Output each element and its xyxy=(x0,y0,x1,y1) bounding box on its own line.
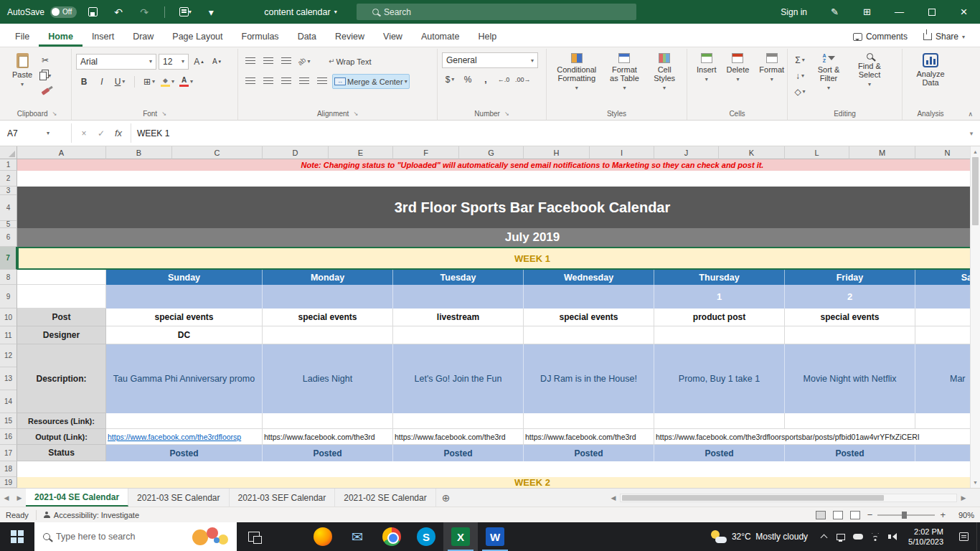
description-cell-monday[interactable]: Ladies Night xyxy=(263,344,393,413)
tab-help[interactable]: Help xyxy=(468,27,506,47)
row-header-8[interactable]: 8 xyxy=(0,270,17,285)
display-tray-button[interactable] xyxy=(832,522,849,551)
tab-insert[interactable]: Insert xyxy=(83,27,123,47)
month-title-cell[interactable]: July 2019 xyxy=(17,228,980,247)
onedrive-tray-button[interactable] xyxy=(849,522,867,551)
zoom-slider-thumb[interactable] xyxy=(902,512,907,519)
conditional-formatting-button[interactable]: Conditional Formatting ▾ xyxy=(551,50,603,94)
show-desktop-button[interactable] xyxy=(976,522,980,551)
italic-button[interactable]: I xyxy=(94,74,110,89)
empty-cell[interactable] xyxy=(17,285,106,309)
date-cell-thursday[interactable]: 1 xyxy=(654,285,785,309)
action-center-button[interactable] xyxy=(951,522,976,551)
collapse-ribbon-button[interactable]: ∧ xyxy=(968,110,973,118)
row-header-4[interactable]: 4 xyxy=(0,195,17,221)
format-cells-button[interactable]: Format ▾ xyxy=(754,50,789,85)
shrink-font-button[interactable]: A▾ xyxy=(209,54,225,69)
copy-button[interactable]: ▾ xyxy=(37,68,53,83)
resources-cell-tuesday[interactable] xyxy=(393,413,524,429)
row-header-2[interactable]: 2 xyxy=(0,171,17,187)
day-header-monday[interactable]: Monday xyxy=(263,270,393,285)
day-header-friday[interactable]: Friday xyxy=(785,270,915,285)
resources-label-cell[interactable]: Resources (Link): xyxy=(17,413,106,429)
align-left-button[interactable] xyxy=(242,74,258,89)
calendar-title-cell[interactable]: 3rd Floor Sports Bar Facebook Calendar xyxy=(17,187,980,228)
date-cell-monday[interactable] xyxy=(263,285,393,309)
post-cell-tuesday[interactable]: livestream xyxy=(393,309,524,326)
zoom-level[interactable]: 90% xyxy=(953,511,974,519)
column-header-e[interactable]: E xyxy=(329,146,393,159)
insert-cells-button[interactable]: Insert ▾ xyxy=(692,50,722,85)
output-link-thursday-saturday[interactable]: https://www.facebook.com/the3rdfloorspor… xyxy=(654,429,980,445)
row-header-17[interactable]: 17 xyxy=(0,445,17,461)
ribbon-layout-button[interactable]: ⊞ xyxy=(851,0,883,24)
description-cell-wednesday[interactable]: DJ Ram is in the House! xyxy=(524,344,654,413)
tab-formulas[interactable]: Formulas xyxy=(232,27,288,47)
customize-quick-access-button[interactable]: ▾ xyxy=(201,3,221,22)
row-header-5[interactable]: 5 xyxy=(0,221,17,227)
orientation-button[interactable]: ab▾ xyxy=(296,54,312,69)
font-dialog-launcher[interactable]: ↘ xyxy=(161,110,166,117)
paste-button[interactable]: Paste ▾ xyxy=(7,50,37,90)
date-cell-friday[interactable]: 2 xyxy=(785,285,915,309)
clear-button[interactable]: ◇▾ xyxy=(792,84,808,99)
scroll-down-icon[interactable]: ▼ xyxy=(973,477,978,488)
increase-indent-button[interactable] xyxy=(314,74,330,89)
name-box-chevron-icon[interactable]: ▾ xyxy=(47,130,50,136)
minimize-button[interactable]: — xyxy=(883,0,915,24)
date-cell-sunday[interactable] xyxy=(106,285,263,309)
resources-cell-friday[interactable] xyxy=(785,413,915,429)
format-painter-button[interactable] xyxy=(37,84,53,99)
select-all-button[interactable] xyxy=(0,146,17,159)
scroll-right-icon[interactable]: ▶ xyxy=(957,494,970,501)
post-cell-thursday[interactable]: product post xyxy=(654,309,785,326)
column-header-g[interactable]: G xyxy=(459,146,524,159)
merge-center-button[interactable]: ↔Merge & Center▾ xyxy=(332,74,410,89)
row-header-7[interactable]: 7 xyxy=(0,247,17,270)
network-tray-button[interactable] xyxy=(867,522,884,551)
save-button[interactable] xyxy=(83,3,103,22)
row-header-10[interactable]: 10 xyxy=(0,309,17,326)
resources-cell-sunday[interactable] xyxy=(106,413,263,429)
percent-style-button[interactable]: % xyxy=(460,72,476,87)
top-align-button[interactable] xyxy=(242,54,258,69)
column-header-f[interactable]: F xyxy=(393,146,459,159)
post-cell-friday[interactable]: special events xyxy=(785,309,915,326)
page-layout-view-button[interactable] xyxy=(833,511,843,519)
zoom-out-button[interactable]: − xyxy=(867,509,873,520)
row-header-9[interactable]: 9 xyxy=(0,285,17,309)
page-break-view-button[interactable] xyxy=(850,511,860,519)
tab-home[interactable]: Home xyxy=(39,27,83,47)
chrome-app-button[interactable] xyxy=(374,522,409,551)
name-box-input[interactable] xyxy=(7,128,47,138)
sheet-tab-2021-03-sef[interactable]: 2021-03 SEF Calendar xyxy=(230,489,336,507)
clipboard-dialog-launcher[interactable]: ↘ xyxy=(52,110,57,117)
sheet-tab-2021-03-se[interactable]: 2021-03 SE Calendar xyxy=(128,489,229,507)
output-label-cell[interactable]: Output (Link): xyxy=(17,429,106,445)
empty-cell[interactable] xyxy=(17,461,980,477)
middle-align-button[interactable] xyxy=(260,54,276,69)
week1-banner-cell[interactable]: WEEK 1 xyxy=(17,247,980,270)
excel-app-button[interactable]: X xyxy=(443,522,478,551)
day-header-sunday[interactable]: Sunday xyxy=(106,270,263,285)
row-header-15[interactable]: 15 xyxy=(0,413,17,429)
column-header-l[interactable]: L xyxy=(785,146,849,159)
post-label-cell[interactable]: Post xyxy=(17,309,106,326)
column-header-b[interactable]: B xyxy=(106,146,172,159)
description-cell-friday[interactable]: Movie Night with Netflix xyxy=(785,344,915,413)
font-color-button[interactable]: A▾ xyxy=(178,74,194,89)
cancel-entry-button[interactable]: × xyxy=(76,126,92,141)
day-header-thursday[interactable]: Thursday xyxy=(654,270,785,285)
comments-button[interactable]: Comments xyxy=(847,29,914,44)
column-header-m[interactable]: M xyxy=(849,146,915,159)
status-cell-sunday[interactable]: Posted xyxy=(106,445,263,461)
tab-data[interactable]: Data xyxy=(288,27,326,47)
output-link-wednesday[interactable]: https://www.facebook.com/the3rd xyxy=(524,429,654,445)
accounting-format-button[interactable]: $▾ xyxy=(442,72,458,87)
row-header-11[interactable]: 11 xyxy=(0,326,17,344)
decrease-indent-button[interactable] xyxy=(296,74,312,89)
description-cell-tuesday[interactable]: Let's Go! Join the Fun xyxy=(393,344,524,413)
cut-button[interactable]: ✂ xyxy=(37,52,53,67)
row-header-12[interactable]: 12 xyxy=(0,344,17,367)
insert-function-button[interactable]: fx xyxy=(110,126,126,141)
